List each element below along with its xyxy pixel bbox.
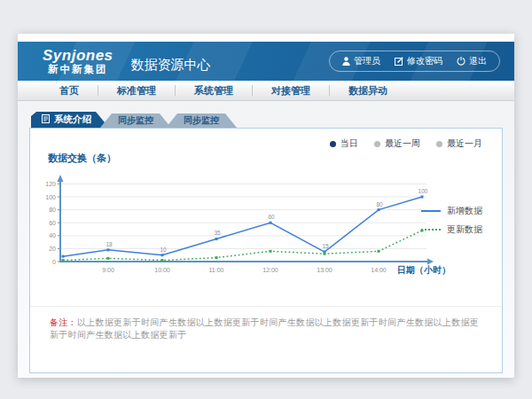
svg-text:60: 60 xyxy=(49,220,56,226)
radio-today[interactable]: 当日 xyxy=(330,137,358,150)
radio-label: 当日 xyxy=(340,137,358,150)
legend-label: 更新数据 xyxy=(447,223,482,236)
user-icon xyxy=(342,57,350,66)
svg-text:15: 15 xyxy=(322,243,329,249)
svg-text:60: 60 xyxy=(268,214,275,220)
svg-text:20: 20 xyxy=(49,246,56,252)
svg-text:40: 40 xyxy=(49,232,56,239)
page-title: 数据资源中心 xyxy=(131,57,211,74)
svg-text:10: 10 xyxy=(160,246,167,253)
nav-item-home[interactable]: 首页 xyxy=(41,84,98,98)
logo: Synjones 新中新集团 xyxy=(43,48,113,74)
nav-item-integration-management[interactable]: 对接管理 xyxy=(253,84,329,98)
legend-swatch-blue-solid xyxy=(421,210,441,212)
svg-text:11:00: 11:00 xyxy=(209,267,224,273)
y-axis-title: 数据交换（条） xyxy=(48,152,116,165)
footnote-text: 以上数据更新于时间产生数据以上数据更新于时间产生数据以上数据更新于时间产生数据以… xyxy=(50,317,479,340)
radio-dot xyxy=(436,141,442,147)
power-icon xyxy=(457,57,466,66)
svg-text:80: 80 xyxy=(49,207,56,213)
svg-text:120: 120 xyxy=(45,181,56,187)
user-toolbar: 管理员 修改密码 退出 xyxy=(329,51,500,72)
nav-item-data-change[interactable]: 数据异动 xyxy=(330,84,406,98)
svg-text:13:00: 13:00 xyxy=(317,267,332,273)
tab-bar: 系统介绍 同步监控 同步监控 xyxy=(31,112,503,128)
radio-label: 最近一月 xyxy=(447,137,482,150)
radio-last-month[interactable]: 最近一月 xyxy=(436,137,482,150)
svg-text:9:00: 9:00 xyxy=(102,267,114,273)
svg-text:12:00: 12:00 xyxy=(262,267,278,273)
radio-dot xyxy=(374,141,380,147)
tab-label: 系统介绍 xyxy=(54,113,91,126)
tab-sync-monitor-2[interactable]: 同步监控 xyxy=(166,113,237,128)
change-password-button[interactable]: 修改密码 xyxy=(395,55,442,67)
period-filter: 当日 最近一周 最近一月 xyxy=(330,137,482,150)
tab-sync-monitor-1[interactable]: 同步监控 xyxy=(100,113,171,128)
chart-legend: 新增数据 更新数据 xyxy=(421,205,482,236)
svg-text:10:00: 10:00 xyxy=(154,267,170,273)
desktop-background: Synjones 新中新集团 数据资源中心 管理员 修改密码 xyxy=(0,0,532,399)
chart-panel: 当日 最近一周 最近一月 数据交换（条） 0204060801001209:00… xyxy=(29,128,503,373)
app-header: Synjones 新中新集团 数据资源中心 管理员 修改密码 xyxy=(18,42,514,81)
tab-label: 同步监控 xyxy=(184,114,219,127)
nav-item-standard-management[interactable]: 标准管理 xyxy=(98,84,175,98)
tab-system-intro[interactable]: 系统介绍 xyxy=(31,112,109,128)
legend-label: 新增数据 xyxy=(447,205,482,217)
svg-text:0: 0 xyxy=(52,259,56,265)
radio-last-week[interactable]: 最近一周 xyxy=(374,137,420,150)
legend-item-new-data: 新增数据 xyxy=(421,205,482,217)
legend-swatch-green-dotted xyxy=(421,229,441,231)
svg-text:100: 100 xyxy=(419,188,428,194)
window-top-strip xyxy=(18,34,514,42)
user-menu[interactable]: 管理员 xyxy=(342,55,380,67)
change-password-label: 修改密码 xyxy=(407,55,442,67)
svg-text:日期（小时）: 日期（小时） xyxy=(397,265,450,275)
main-nav: 首页 标准管理 系统管理 对接管理 数据异动 xyxy=(18,81,514,101)
app-window: Synjones 新中新集团 数据资源中心 管理员 修改密码 xyxy=(18,34,514,378)
logo-company-name: 新中新集团 xyxy=(43,64,113,74)
svg-text:80: 80 xyxy=(376,201,383,207)
edit-icon xyxy=(395,57,403,66)
svg-text:35: 35 xyxy=(214,230,221,236)
logout-button[interactable]: 退出 xyxy=(457,55,487,67)
radio-label: 最近一周 xyxy=(385,137,420,150)
legend-item-updated-data: 更新数据 xyxy=(421,223,482,236)
radio-dot-selected xyxy=(330,141,336,147)
nav-item-system-management[interactable]: 系统管理 xyxy=(176,84,252,98)
document-icon xyxy=(42,114,50,125)
logout-label: 退出 xyxy=(469,55,487,67)
svg-text:100: 100 xyxy=(45,194,56,200)
svg-text:18: 18 xyxy=(106,241,113,247)
footnote-label: 备注： xyxy=(50,317,77,327)
tab-label: 同步监控 xyxy=(118,114,153,127)
svg-text:14:00: 14:00 xyxy=(371,267,387,273)
user-name: 管理员 xyxy=(354,55,380,67)
logo-wordmark: Synjones xyxy=(43,48,113,64)
footnote: 备注：以上数据更新于时间产生数据以上数据更新于时间产生数据以上数据更新于时间产生… xyxy=(30,306,502,341)
content-area: 系统介绍 同步监控 同步监控 当日 最近一周 xyxy=(18,101,514,378)
